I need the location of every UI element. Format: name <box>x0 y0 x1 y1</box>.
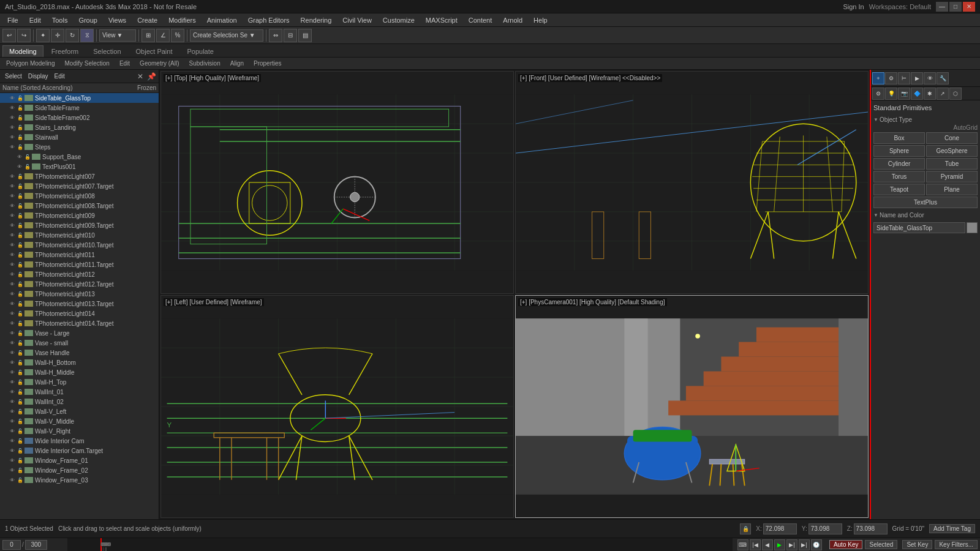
lock-icon[interactable]: 🔓 <box>17 320 24 327</box>
sub-btn-modify-selection[interactable]: Modify Selection <box>61 59 113 67</box>
tree-row[interactable]: 👁 🔓 TPhotometricLight007 <box>0 171 159 181</box>
eye-icon[interactable]: 👁 <box>9 192 16 200</box>
tree-row[interactable]: 👁 🔓 Vase - Large <box>0 328 159 338</box>
lock-icon[interactable]: 🔓 <box>17 231 24 239</box>
eye-icon[interactable]: 👁 <box>9 280 16 288</box>
eye-icon[interactable]: 👁 <box>9 114 16 121</box>
tree-row[interactable]: 👁 🔓 SideTable_GlassTop <box>0 93 159 103</box>
eye-icon[interactable]: 👁 <box>9 104 16 111</box>
lock-icon[interactable]: 🔓 <box>17 447 24 454</box>
geosphere-btn[interactable]: GeoSphere <box>926 145 978 157</box>
tree-row[interactable]: 👁 🔓 Wall-H_Bottom <box>0 358 159 367</box>
menu-item-help[interactable]: Help <box>529 15 552 25</box>
tree-row[interactable]: 👁 🔓 Vase - small <box>0 338 159 348</box>
eye-icon[interactable]: 👁 <box>9 457 16 464</box>
move-button[interactable]: ✛ <box>51 29 64 42</box>
eye-icon[interactable]: 👁 <box>9 212 16 219</box>
eye-icon[interactable]: 👁 <box>9 476 16 484</box>
tree-row[interactable]: 👁 🔓 SideTableFrame <box>0 103 159 113</box>
rp-btn1[interactable]: ⚙ <box>872 88 884 100</box>
sphere-btn[interactable]: Sphere <box>873 145 925 157</box>
menu-item-content[interactable]: Content <box>464 15 497 25</box>
mode-tab-populate[interactable]: Populate <box>180 45 220 57</box>
last-frame-btn[interactable]: ▶| <box>799 539 810 550</box>
menu-item-modifiers[interactable]: Modifiers <box>164 15 201 25</box>
eye-icon[interactable]: 👁 <box>9 447 16 454</box>
setkey-btn[interactable]: Set Key <box>902 540 932 549</box>
lock-icon[interactable]: 🔓 <box>17 251 24 258</box>
mirror-button[interactable]: ⇔ <box>269 29 282 42</box>
lock-icon[interactable]: 🔓 <box>17 271 24 278</box>
torus-btn[interactable]: Torus <box>873 171 925 182</box>
percent-snap[interactable]: % <box>171 29 184 42</box>
lock-icon[interactable]: 🔓 <box>17 241 24 249</box>
lock-icon[interactable]: 🔓 <box>17 369 24 376</box>
reference-dropdown[interactable]: View▼ <box>99 29 136 42</box>
eye-icon[interactable]: 👁 <box>9 359 16 366</box>
redo-button[interactable]: ↪ <box>17 29 31 42</box>
sub-btn-properties[interactable]: Properties <box>250 59 285 67</box>
tree-row[interactable]: 👁 🔓 TPhotometricLight010 <box>0 230 159 240</box>
z-input[interactable] <box>854 523 888 534</box>
mode-tab-modeling[interactable]: Modeling <box>2 45 43 57</box>
eye-icon[interactable]: 👁 <box>9 310 16 317</box>
eye-icon[interactable]: 👁 <box>9 467 16 474</box>
tree-row[interactable]: 👁 🔓 TPhotometricLight009.Target <box>0 220 159 230</box>
lock-icon[interactable]: 🔓 <box>17 290 24 298</box>
selected-btn[interactable]: Selected <box>865 540 897 549</box>
lock-icon[interactable]: 🔓 <box>17 261 24 268</box>
eye-icon[interactable]: 👁 <box>9 369 16 376</box>
menu-item-rendering[interactable]: Rendering <box>296 15 337 25</box>
eye-icon[interactable]: 👁 <box>9 398 16 405</box>
tree-row[interactable]: 👁 🔓 TPhotometricLight014 <box>0 309 159 318</box>
tree-row[interactable]: 👁 🔓 WallInt_02 <box>0 397 159 407</box>
tree-row[interactable]: 👁 🔓 Stairwall <box>0 132 159 142</box>
lock-icon[interactable]: 🔓 <box>24 163 31 170</box>
signin-label[interactable]: Sign In <box>843 3 864 10</box>
eye-icon[interactable]: 👁 <box>9 251 16 258</box>
mode-tab-freeform[interactable]: Freeform <box>45 45 86 57</box>
prev-frame-btn[interactable]: |◀ <box>750 539 761 550</box>
menu-item-tools[interactable]: Tools <box>47 15 73 25</box>
eye-icon[interactable]: 👁 <box>9 124 16 131</box>
tree-row[interactable]: 👁 🔓 TPhotometricLight012 <box>0 269 159 279</box>
menu-item-customize[interactable]: Customize <box>378 15 420 25</box>
angle-snap[interactable]: ∠ <box>156 29 170 42</box>
eye-icon[interactable]: 👁 <box>9 349 16 356</box>
pyramid-btn[interactable]: Pyramid <box>926 171 978 182</box>
eye-icon[interactable]: 👁 <box>9 182 16 190</box>
menu-item-edit[interactable]: Edit <box>24 15 46 25</box>
eye-icon[interactable]: 👁 <box>9 290 16 298</box>
viewport-top[interactable]: [+] [Top] [High Quality] [Wireframe] <box>160 71 514 294</box>
time-config-btn[interactable]: 🕐 <box>811 539 822 550</box>
create-selection-dropdown[interactable]: Create Selection Se ▼ <box>190 29 263 42</box>
rp-btn4[interactable]: 🔷 <box>911 88 923 100</box>
eye-icon[interactable]: 👁 <box>9 261 16 268</box>
object-name-input[interactable] <box>873 222 965 233</box>
lock-icon[interactable]: 🔓 <box>17 114 24 121</box>
lock-icon[interactable]: 🔓 <box>17 398 24 405</box>
lock-icon[interactable]: 🔓 <box>17 378 24 386</box>
tree-row[interactable]: 👁 🔓 Wall-V_Right <box>0 426 159 436</box>
pin-panel-btn[interactable]: 📌 <box>147 72 156 81</box>
lock-icon[interactable]: 🔓 <box>17 300 24 307</box>
rp-btn6[interactable]: ↗ <box>937 88 949 100</box>
menu-item-file[interactable]: File <box>2 15 23 25</box>
eye-icon[interactable]: 👁 <box>9 320 16 327</box>
scale-button[interactable]: ⧖ <box>80 29 94 42</box>
lock-icon[interactable]: 🔓 <box>17 182 24 190</box>
lock-icon[interactable]: 🔓 <box>17 427 24 435</box>
tree-row[interactable]: 👁 🔓 SideTableFrame002 <box>0 113 159 122</box>
tree-row[interactable]: 👁 🔓 Wide Interior Cam <box>0 436 159 446</box>
display-header-btn[interactable]: Display <box>26 72 51 81</box>
rp-btn5[interactable]: ✱ <box>924 88 936 100</box>
tree-row[interactable]: 👁 🔓 Window_Frame_03 <box>0 475 159 485</box>
minimize-button[interactable]: — <box>936 2 948 12</box>
lock-icon[interactable]: 🔓 <box>17 418 24 425</box>
sub-btn-subdivision[interactable]: Subdivision <box>186 59 224 67</box>
lock-icon[interactable]: 🔓 <box>17 104 24 111</box>
add-time-tag-btn[interactable]: Add Time Tag <box>929 524 975 533</box>
viewport-camera[interactable]: [+] [PhysCamera001] [High Quality] [Defa… <box>515 295 869 518</box>
select-header-btn[interactable]: Select <box>2 72 24 81</box>
cone-btn[interactable]: Cone <box>926 132 978 144</box>
